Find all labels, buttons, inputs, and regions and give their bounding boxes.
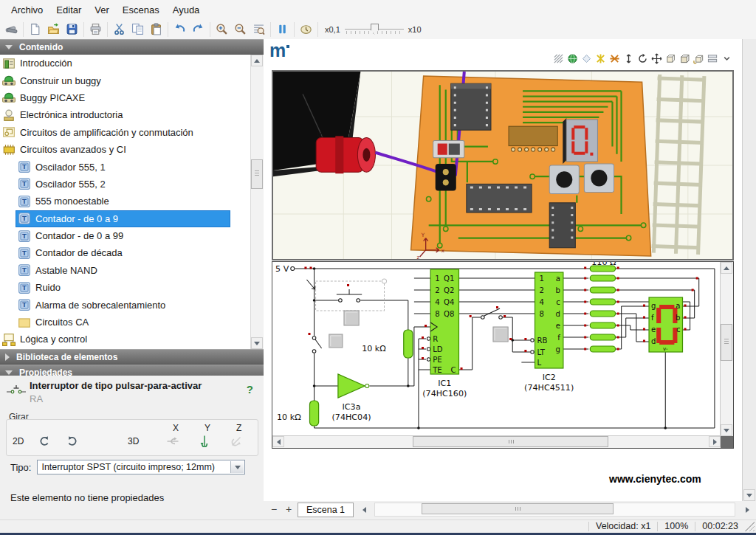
cube-small-icon[interactable] [664,52,677,65]
scroll-thumb[interactable] [251,159,263,189]
scroll-up-button[interactable] [721,262,732,274]
slide-switch-3d[interactable] [433,140,464,157]
view3d-canvas[interactable]: 5 V [272,70,734,260]
rotate-y-button[interactable] [196,433,213,449]
arrow-updown-icon[interactable] [622,52,635,65]
rotate-x-button[interactable] [165,433,181,449]
ic-dip-right[interactable] [549,203,575,248]
ic-dip-middle[interactable] [467,184,532,213]
zoom-out-icon[interactable] [231,21,250,38]
cube-icon[interactable] [678,52,691,65]
scroll-right-button[interactable] [709,436,721,447]
tree-item[interactable]: TOscilador 555, 1 [0,158,264,175]
schematic-canvas[interactable]: 5 V 10 kΩ 10 kΩ 110 Ω 1 Q1 2 Q2 4 Q4 8 Q… [272,262,721,436]
segment-resistor[interactable] [590,287,615,293]
scroll-thumb[interactable] [721,324,732,361]
pause-icon[interactable] [273,21,292,38]
tree-scrollbar[interactable] [250,55,264,349]
scene-scroll-left-button[interactable] [358,504,370,516]
add-scene-button[interactable]: + [283,504,295,516]
display-options-icon[interactable] [706,52,719,65]
segment-resistor[interactable] [590,322,615,328]
schematic-hscrollbar[interactable] [272,435,721,448]
tree-item[interactable]: Electrónica introductoria [0,106,264,123]
scroll-down-button[interactable] [251,337,263,349]
rotate-view-icon[interactable] [636,52,649,65]
rotate-cw-button[interactable] [64,433,80,449]
menu-editar[interactable]: Editar [49,1,88,18]
resize-grip[interactable] [745,522,755,531]
scene-scroll-right-button[interactable] [741,504,753,516]
menu-ayuda[interactable]: Ayuda [166,1,207,18]
tree-item[interactable]: Buggy PICAXE [0,89,264,106]
speed-slider[interactable] [345,23,404,36]
tree-item[interactable]: Introducción [0,55,264,72]
zoom-in-icon[interactable] [213,21,231,38]
scroll-down-button[interactable] [721,424,732,436]
paste-icon[interactable] [147,21,165,38]
segment-resistor[interactable] [590,299,615,305]
segment-resistor[interactable] [590,346,615,352]
rotate-ccw-button[interactable] [36,433,52,449]
tree-item[interactable]: TRuido [0,279,264,296]
segment-resistor[interactable] [590,275,615,281]
tree-item[interactable]: Construir un buggy [0,72,264,89]
cut-icon[interactable] [110,21,128,38]
help-icon[interactable]: ? [247,383,253,396]
tree-item[interactable]: TAstable NAND [0,262,264,279]
document-vscroll-strip[interactable] [742,39,756,501]
globe-icon[interactable] [566,52,579,65]
tree-item[interactable]: TContador - de 0 a 9 [0,210,264,227]
star-yellow-icon[interactable] [594,52,607,65]
tree-item[interactable]: Lógica y control [0,331,264,348]
wire-connector-3d[interactable] [436,164,456,191]
menu-escenas[interactable]: Escenas [116,1,166,18]
tree-item[interactable]: TAlarma de sobrecalentamiento [0,296,264,313]
scroll-left-button[interactable] [272,436,284,447]
chevron-down-icon[interactable] [720,52,733,65]
menu-ver[interactable]: Ver [88,1,116,18]
stripes-icon[interactable] [551,52,565,65]
tree-item[interactable]: TOscilador 555, 2 [0,176,264,193]
redo-icon[interactable] [189,21,207,38]
tree-item[interactable]: Circuitos CA [0,314,264,331]
zoom-selection-icon[interactable] [250,21,268,38]
tree-item[interactable]: T555 monoestable [0,193,264,210]
tree-item[interactable]: TContador - de 0 a 99 [0,227,264,244]
new-document-icon[interactable] [26,21,44,38]
scroll-thumb[interactable] [422,503,614,514]
push-button-3d[interactable] [549,165,579,194]
seven-segment-3d[interactable] [563,118,597,164]
scroll-thumb[interactable] [413,436,608,447]
panel-header-biblioteca[interactable]: Biblioteca de elementos [0,349,264,365]
scene-tab[interactable]: Escena 1 [298,503,354,517]
scroll-down-button[interactable] [743,489,755,501]
save-icon[interactable] [63,21,81,38]
sim-time-icon[interactable] [297,21,315,38]
tree-item[interactable]: Circuitos de amplificación y conmutación [0,124,264,141]
rotate-z-button[interactable] [228,433,244,449]
cube-copy-icon[interactable] [692,52,705,65]
print-icon[interactable] [86,21,105,38]
segment-resistor[interactable] [590,311,615,317]
scroll-up-button[interactable] [251,55,263,66]
resistor-base[interactable] [309,401,318,426]
panel-header-contenido[interactable]: Contenido [0,39,264,55]
pointer-tool-icon[interactable] [2,21,21,38]
pan-icon[interactable] [650,52,663,65]
segment-resistor[interactable] [590,334,615,340]
push-button-3d[interactable] [584,164,614,193]
undo-icon[interactable] [171,21,189,38]
document-hscrollbar[interactable] [374,503,735,517]
star-orange-icon[interactable] [608,52,621,65]
copy-icon[interactable] [128,21,147,38]
schematic-vscrollbar[interactable] [720,262,733,436]
open-file-icon[interactable] [44,21,63,38]
menu-archivo[interactable]: Archivo [4,1,49,18]
tree-item[interactable]: Circuitos avanzados y CI [0,141,264,158]
tree-item[interactable]: TContador de década [0,244,264,261]
resistor-pullup[interactable] [404,330,413,358]
remove-scene-button[interactable]: − [268,504,280,516]
switch-type-select[interactable]: Interruptor SPST (circuito impreso; 12mm… [37,460,245,474]
dropdown-arrow-icon[interactable] [230,461,244,473]
